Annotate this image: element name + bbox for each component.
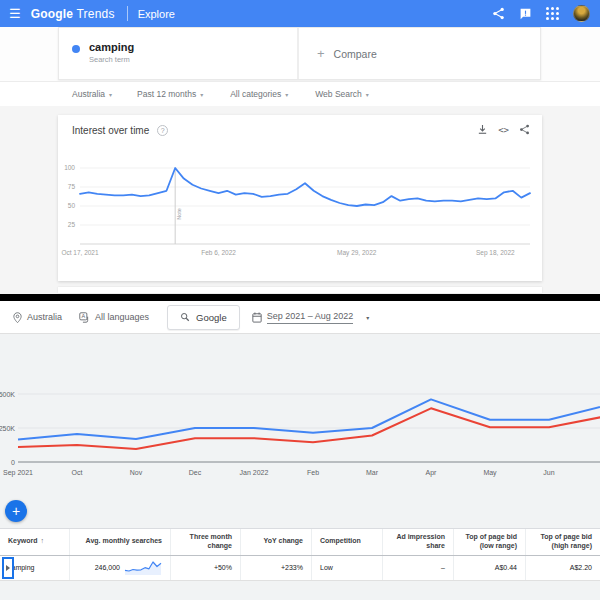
next-card-sliver	[58, 287, 542, 293]
search-network-button[interactable]: Google	[167, 305, 240, 330]
svg-text:Oct 17, 2021: Oct 17, 2021	[61, 249, 99, 256]
table-header-row: Keyword↑ Avg. monthly searches Three mon…	[0, 528, 600, 556]
trends-filter-bar: Australia▾ Past 12 months▾ All categorie…	[0, 81, 600, 106]
translate-icon: A	[79, 312, 90, 323]
date-range-selector[interactable]: Sep 2021 – Aug 2022 ▾	[252, 311, 370, 324]
svg-text:Nov: Nov	[130, 469, 143, 476]
screenshot-divider	[0, 294, 600, 301]
svg-text:Sep 2021: Sep 2021	[3, 469, 33, 477]
search-term-card[interactable]: camping Search term	[59, 28, 299, 79]
download-icon[interactable]	[477, 121, 488, 139]
searches-sparkline	[124, 560, 162, 576]
svg-text:Apr: Apr	[426, 469, 438, 477]
chevron-down-icon: ▾	[200, 91, 203, 98]
filter-search-type[interactable]: Web Search▾	[315, 89, 369, 99]
svg-text:250K: 250K	[0, 425, 15, 432]
svg-text:Jun: Jun	[543, 469, 554, 476]
header-competition[interactable]: Competition	[312, 529, 383, 555]
menu-icon[interactable]: ☰	[9, 6, 21, 21]
filter-category[interactable]: All categories▾	[230, 89, 288, 99]
nav-explore[interactable]: Explore	[138, 8, 175, 20]
language-setting[interactable]: A All languages	[79, 312, 149, 323]
svg-text:500K: 500K	[0, 391, 15, 398]
svg-text:May: May	[483, 469, 497, 477]
filter-time-range[interactable]: Past 12 months▾	[137, 89, 203, 99]
header-three-month-change[interactable]: Three month change	[171, 529, 241, 555]
help-icon[interactable]: ?	[157, 125, 168, 136]
search-term-type: Search term	[89, 55, 297, 64]
svg-text:Feb 6, 2022: Feb 6, 2022	[201, 249, 236, 256]
header-top-bid-low[interactable]: Top of page bid (low range)	[454, 529, 526, 555]
play-triangle-icon	[6, 565, 10, 571]
chevron-down-icon: ▾	[285, 91, 288, 98]
svg-text:25: 25	[68, 221, 76, 228]
header-avg-monthly-searches[interactable]: Avg. monthly searches	[70, 529, 171, 555]
share-chart-icon[interactable]	[519, 121, 530, 139]
share-icon[interactable]	[492, 7, 505, 20]
sort-ascending-icon: ↑	[41, 537, 45, 546]
topbar-divider	[127, 6, 128, 21]
svg-text:Oct: Oct	[72, 469, 83, 476]
location-setting[interactable]: Australia	[13, 312, 62, 323]
svg-text:Feb: Feb	[307, 469, 319, 476]
svg-text:0: 0	[11, 459, 15, 466]
feedback-icon[interactable]	[519, 7, 532, 20]
svg-text:Mar: Mar	[366, 469, 379, 476]
table-row[interactable]: camping 246,000 +50% +233% Low – A$0.44 …	[0, 556, 600, 581]
cell-top-bid-high: A$2.20	[526, 556, 600, 580]
chevron-down-icon: ▾	[109, 91, 112, 98]
search-terms-row: camping Search term + Compare	[0, 27, 600, 81]
svg-text:100: 100	[64, 164, 75, 171]
series-color-dot	[72, 45, 80, 53]
svg-text:Dec: Dec	[189, 469, 202, 476]
cell-yoy-change: +233%	[241, 556, 312, 580]
cell-avg-monthly-searches: 246,000	[70, 556, 171, 580]
cell-ad-impression-share: –	[383, 556, 454, 580]
trends-topbar: ☰ Google Trends Explore	[0, 0, 600, 27]
search-term-name: camping	[89, 41, 297, 53]
add-comparison-button[interactable]: + Compare	[299, 28, 540, 79]
svg-text:Sep 18, 2022: Sep 18, 2022	[476, 249, 515, 257]
chevron-down-icon: ▾	[366, 314, 369, 321]
header-keyword[interactable]: Keyword↑	[0, 529, 70, 555]
svg-text:50: 50	[68, 202, 76, 209]
calendar-icon	[252, 312, 262, 323]
chevron-down-icon: ▾	[366, 91, 369, 98]
compare-label: Compare	[334, 48, 377, 60]
brand-google: Google	[31, 7, 74, 21]
filter-country[interactable]: Australia▾	[72, 89, 112, 99]
embed-icon[interactable]: <>	[498, 125, 509, 135]
account-avatar[interactable]	[573, 5, 590, 22]
cell-top-bid-low: A$0.44	[454, 556, 526, 580]
cell-competition: Low	[312, 556, 383, 580]
google-trends-logo[interactable]: Google Trends	[31, 7, 115, 21]
planner-content-area: 0250K500KSep 2021OctNovDecJan 2022FebMar…	[0, 334, 600, 600]
search-volume-chart: 0250K500KSep 2021OctNovDecJan 2022FebMar…	[0, 334, 600, 484]
chart-title: Interest over time	[72, 125, 149, 136]
svg-text:Jan 2022: Jan 2022	[240, 469, 269, 476]
cell-selection-cursor	[2, 557, 14, 579]
header-top-bid-high[interactable]: Top of page bid (high range)	[526, 529, 600, 555]
add-keyword-button[interactable]: +	[5, 500, 27, 522]
header-ad-impression-share[interactable]: Ad impression share	[383, 529, 454, 555]
planner-toolbar: Australia A All languages Google Sep 202…	[0, 301, 600, 334]
svg-text:A: A	[82, 313, 86, 319]
brand-trends: Trends	[77, 7, 115, 21]
svg-text:75: 75	[68, 183, 76, 190]
interest-over-time-card: Interest over time ? <> 255075100NoteOct…	[58, 115, 542, 281]
svg-text:Note: Note	[176, 208, 182, 220]
trends-content-area: Interest over time ? <> 255075100NoteOct…	[0, 106, 600, 294]
header-yoy-change[interactable]: YoY change	[241, 529, 312, 555]
cell-three-month-change: +50%	[171, 556, 241, 580]
location-pin-icon	[13, 312, 22, 323]
screen: ☰ Google Trends Explore camping Search t…	[0, 0, 600, 600]
search-icon	[180, 312, 190, 322]
plus-icon: +	[317, 46, 325, 61]
keyword-table: Keyword↑ Avg. monthly searches Three mon…	[0, 528, 600, 581]
google-apps-icon[interactable]	[546, 7, 559, 20]
interest-over-time-chart: 255075100NoteOct 17, 2021Feb 6, 2022May …	[58, 147, 542, 269]
svg-text:May 29, 2022: May 29, 2022	[337, 249, 377, 257]
